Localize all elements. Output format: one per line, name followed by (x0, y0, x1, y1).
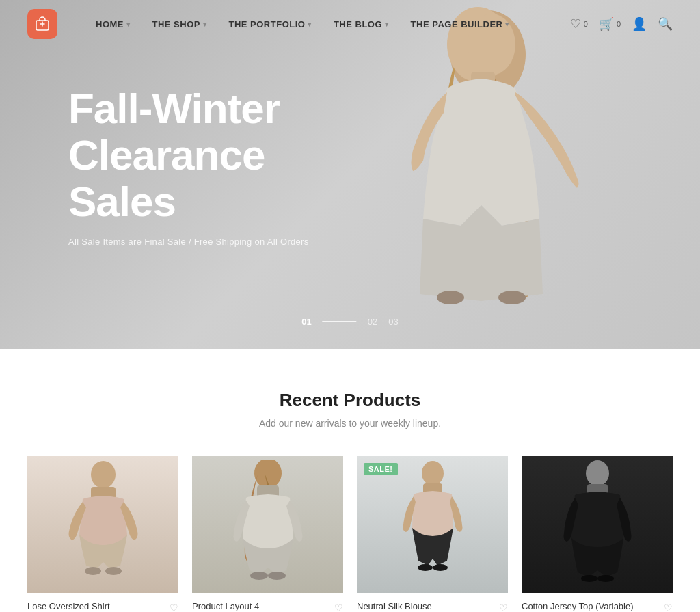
logo-icon (27, 9, 57, 39)
product-card-2: Product Layout 4 $360.00 ♡ (192, 456, 343, 612)
hero-content: Fall-Winter Clearance Sales All Sale Ite… (68, 85, 328, 247)
svg-point-5 (437, 291, 464, 304)
product-image-2[interactable] (192, 456, 343, 593)
product-figure-4 (522, 456, 673, 593)
svg-point-7 (91, 461, 116, 488)
svg-point-9 (85, 567, 101, 575)
nav-blog[interactable]: THE BLOG ▾ (323, 0, 400, 48)
product-card-1: Lose Oversized Shirt $238.00 ♡ (27, 456, 178, 612)
nav-home[interactable]: HOME ▾ (85, 0, 142, 48)
product-text-3: Neutral Silk Blouse $129.00 $79.00 (357, 601, 432, 612)
svg-point-19 (586, 460, 609, 486)
logo[interactable] (27, 9, 57, 39)
product-image-4[interactable] (522, 456, 673, 593)
svg-point-14 (268, 572, 286, 580)
main-nav: HOME ▾ THE SHOP ▾ THE PORTFOLIO ▾ THE BL… (85, 0, 570, 48)
slide-3-indicator[interactable]: 03 (388, 317, 398, 327)
product-card-4: Cotton Jersey Top (Variable) $125.00 ♡ (522, 456, 673, 612)
hero-figure (331, 0, 618, 349)
svg-point-13 (250, 572, 268, 580)
wishlist-icon-1[interactable]: ♡ (170, 602, 178, 612)
product-text-1: Lose Oversized Shirt $238.00 (27, 601, 110, 612)
product-image-1[interactable] (27, 456, 178, 593)
products-section: Recent Products Add our new arrivals to … (0, 349, 700, 612)
product-info-3: Neutral Silk Blouse $129.00 $79.00 ♡ (357, 601, 508, 612)
heart-icon: ♡ (570, 16, 581, 31)
chevron-down-icon: ▾ (126, 21, 131, 28)
product-name-3[interactable]: Neutral Silk Blouse (357, 601, 432, 611)
product-image-3[interactable]: SALE! (357, 456, 508, 593)
product-figure-1 (27, 456, 178, 593)
wishlist-icon-3[interactable]: ♡ (499, 602, 508, 612)
wishlist-icon-4[interactable]: ♡ (664, 602, 673, 612)
product-figure-2 (192, 456, 343, 593)
header: HOME ▾ THE SHOP ▾ THE PORTFOLIO ▾ THE BL… (0, 0, 700, 48)
header-actions: ♡ 0 🛒 0 👤 🔍 (570, 16, 673, 31)
nav-portfolio[interactable]: THE PORTFOLIO ▾ (217, 0, 322, 48)
svg-point-17 (418, 564, 433, 571)
product-info-4: Cotton Jersey Top (Variable) $125.00 ♡ (522, 601, 673, 612)
nav-page-builder[interactable]: THE PAGE BUILDER ▾ (400, 0, 520, 48)
product-info-1: Lose Oversized Shirt $238.00 ♡ (27, 601, 178, 612)
svg-point-10 (105, 567, 122, 575)
chevron-down-icon: ▾ (385, 21, 389, 28)
hero-slide-nav: 01 02 03 (301, 317, 398, 327)
slide-progress-line (323, 321, 357, 322)
chevron-down-icon: ▾ (203, 21, 207, 28)
product-card-3: SALE! Neutral Silk Blou (357, 456, 508, 612)
user-icon: 👤 (632, 16, 647, 31)
chevron-down-icon: ▾ (308, 21, 312, 28)
nav-the-shop[interactable]: THE SHOP ▾ (142, 0, 218, 48)
product-name-4[interactable]: Cotton Jersey Top (Variable) (522, 601, 634, 611)
wishlist-button[interactable]: ♡ 0 (570, 16, 588, 31)
products-section-subtitle: Add our new arrivals to your weekly line… (27, 418, 673, 429)
product-info-2: Product Layout 4 $360.00 ♡ (192, 601, 343, 612)
svg-point-15 (422, 461, 444, 485)
slide-1-indicator[interactable]: 01 (301, 317, 311, 327)
cart-button[interactable]: 🛒 0 (599, 16, 621, 31)
product-name-2[interactable]: Product Layout 4 (192, 601, 259, 611)
chevron-down-icon: ▾ (505, 21, 509, 28)
svg-point-18 (433, 564, 448, 571)
product-figure-3 (357, 456, 508, 593)
products-section-title: Recent Products (27, 390, 673, 411)
hero-subtitle: All Sale Items are Final Sale / Free Shi… (68, 237, 328, 247)
search-button[interactable]: 🔍 (658, 16, 673, 31)
product-text-2: Product Layout 4 $360.00 (192, 601, 259, 612)
cart-icon: 🛒 (599, 16, 614, 31)
product-text-4: Cotton Jersey Top (Variable) $125.00 (522, 601, 634, 612)
svg-point-6 (498, 291, 526, 304)
hero-title: Fall-Winter Clearance Sales (68, 85, 328, 226)
hero-section: Fall-Winter Clearance Sales All Sale Ite… (0, 0, 700, 349)
wishlist-icon-2[interactable]: ♡ (334, 602, 343, 612)
search-icon: 🔍 (658, 16, 673, 31)
slide-2-indicator[interactable]: 02 (368, 317, 377, 327)
products-grid: Lose Oversized Shirt $238.00 ♡ (27, 456, 673, 612)
product-name-1[interactable]: Lose Oversized Shirt (27, 601, 110, 611)
account-button[interactable]: 👤 (632, 16, 647, 31)
sale-badge-3: SALE! (364, 463, 398, 475)
svg-point-21 (581, 575, 597, 582)
svg-point-22 (597, 575, 614, 582)
